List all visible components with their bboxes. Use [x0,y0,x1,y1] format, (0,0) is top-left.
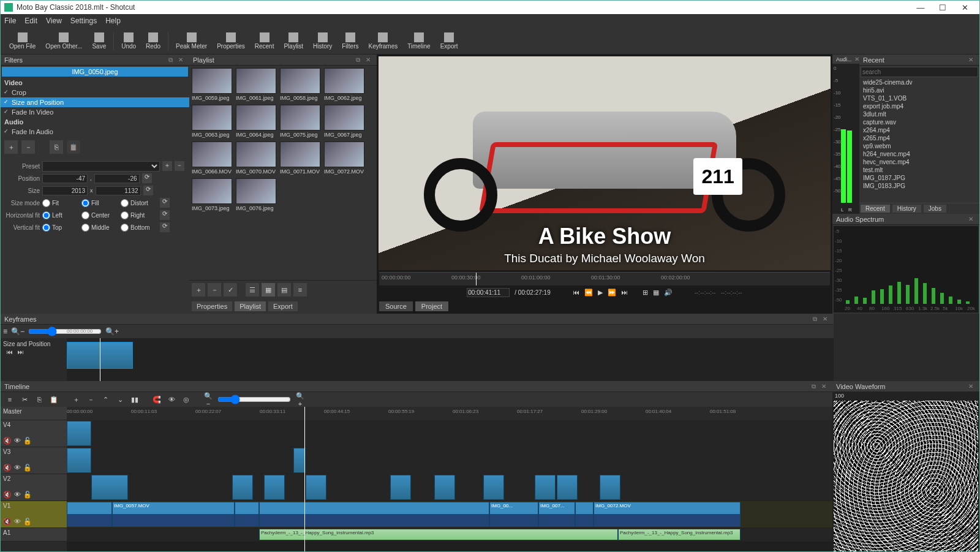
grid-button[interactable]: ▦ [653,289,659,297]
save-button[interactable]: Save [87,31,111,51]
hfit-right[interactable]: Right [121,211,157,219]
playlist-thumb[interactable]: IMG_0062.jpeg [324,68,364,101]
timeline-clip[interactable]: Pachyderm_-_13_-_Happy_Song_instrumental… [259,529,618,540]
hide-icon[interactable]: 👁 [14,464,21,472]
sizemode-fit[interactable]: Fit [42,199,79,207]
playlist-menu-button[interactable]: ≡ [293,283,307,297]
preview-ruler[interactable]: 00:00:00:0000:00:30:0000:01:00:0000:01:3… [379,272,830,285]
maximize-button[interactable]: ☐ [932,3,954,12]
tab-source[interactable]: Source [379,301,413,311]
recent-item[interactable]: hiri5.avi [859,86,979,94]
track-a1[interactable]: A1 [1,528,67,542]
recent-item[interactable]: x265.mp4 [859,134,979,142]
timeline-tracks-area[interactable]: 00:00:00:0000:00:11:0300:00:22:0700:00:3… [67,407,832,552]
panel-close-icon[interactable]: ✕ [854,56,859,63]
playlist-thumb[interactable]: IMG_0064.jpeg [236,105,276,138]
tl-zoom-out-button[interactable]: 🔍− [203,392,214,407]
timeline-clip[interactable] [67,421,91,446]
preview-video[interactable]: 211 A Bike Show This Ducati by Michael W… [379,56,831,270]
track-v2[interactable]: V2🔇👁🔓 [1,474,67,501]
timeline-clip[interactable] [293,448,306,473]
open-other-button[interactable]: Open Other... [40,31,87,51]
copy-filter-button[interactable]: ⎘ [50,140,63,154]
playlist-thumb[interactable]: IMG_0075.jpeg [280,105,320,138]
recent-item[interactable]: x264.mp4 [859,126,979,134]
remove-filter-button[interactable]: － [21,140,35,154]
recent-item[interactable]: VTS_01_1.VOB [859,94,979,102]
recent-item[interactable]: 3dlut.mlt [859,110,979,118]
playlist-view-icons-button[interactable]: ▤ [277,283,291,297]
filter-item[interactable]: ✓Fade In Video [1,107,189,117]
sizemode-reset[interactable]: ⟳ [160,198,170,208]
panel-undock-icon[interactable]: ⧉ [813,316,820,323]
tab-playlist[interactable]: Playlist [235,301,266,311]
redo-button[interactable]: Redo [141,31,165,51]
size-h-input[interactable] [96,186,141,195]
timeline-playhead[interactable] [304,407,305,552]
kf-playhead[interactable] [100,338,100,381]
hide-icon[interactable]: 👁 [14,518,21,526]
timeline-clip[interactable] [434,475,455,500]
recent-item[interactable]: capture.wav [859,118,979,126]
mute-icon[interactable]: 🔇 [3,518,12,526]
position-y-input[interactable] [94,174,140,183]
size-w-input[interactable] [42,186,88,195]
playlist-thumb[interactable]: IMG_0059.jpeg [192,68,232,101]
kf-prev-button[interactable]: ⏮ [7,349,13,355]
menu-file[interactable]: File [4,17,16,25]
menu-help[interactable]: Help [105,17,121,25]
tab-recent[interactable]: Recent [861,205,890,213]
playlist-thumb[interactable]: IMG_0066.MOV [192,142,232,175]
timeline-clip[interactable] [575,502,594,527]
position-x-input[interactable] [42,174,88,183]
hide-icon[interactable]: 👁 [14,491,21,499]
playlist-thumb[interactable]: IMG_0072.MOV [324,142,364,175]
tl-split-button[interactable]: ▮▮ [129,396,140,404]
recent-item[interactable]: h264_nvenc.mp4 [859,150,979,158]
vfit-bottom[interactable]: Bottom [121,224,157,232]
tab-properties[interactable]: Properties [192,301,232,311]
zoom-button[interactable]: ⊞ [643,289,648,297]
track-lane-a1[interactable]: Pachyderm_-_13_-_Happy_Song_instrumental… [67,528,832,542]
timeline-button[interactable]: Timeline [402,31,435,51]
recent-item[interactable]: export job.mp4 [859,102,979,110]
track-master[interactable]: Master [1,407,67,420]
vfit-middle[interactable]: Middle [81,224,118,232]
playlist-thumb[interactable]: IMG_0076.jpeg [236,178,276,211]
tl-copy-button[interactable]: ⎘ [34,396,45,403]
tl-lift-button[interactable]: ⌃ [100,396,111,404]
timeline-clip[interactable] [535,475,556,500]
playlist-thumb[interactable]: IMG_0061.jpeg [236,68,276,101]
panel-undock-icon[interactable]: ⧉ [168,56,176,64]
rewind-button[interactable]: ⏪ [584,289,593,297]
playlist-button[interactable]: Playlist [279,31,308,51]
tl-delete-button[interactable]: － [85,395,96,404]
ffwd-button[interactable]: ⏩ [608,289,616,297]
panel-close-icon[interactable]: ✕ [821,383,829,390]
panel-close-icon[interactable]: ✕ [968,383,976,390]
playlist-thumb[interactable]: IMG_0073.jpeg [192,178,232,211]
skip-prev-button[interactable]: ⏮ [573,289,579,296]
kf-zoom-out-button[interactable]: 🔍− [11,327,24,336]
filter-item[interactable]: ✓Size and Position [1,97,189,107]
timeline-clip[interactable] [67,502,112,527]
playlist-view-tiles-button[interactable]: ▦ [262,283,275,297]
recent-item[interactable]: vp9.webm [859,142,979,150]
peak-meter-button[interactable]: Peak Meter [171,31,212,51]
kf-zoom-in-button[interactable]: 🔍+ [105,327,119,336]
kf-menu-button[interactable]: ≡ [3,327,7,336]
hfit-center[interactable]: Center [81,211,118,219]
tl-scrub-button[interactable]: 👁 [166,396,177,403]
panel-undock-icon[interactable]: ⧉ [356,56,363,64]
playlist-thumb[interactable]: IMG_0058.jpeg [280,68,320,101]
filters-button[interactable]: Filters [337,31,363,51]
tl-snap-button[interactable]: 🧲 [151,396,162,404]
recent-button[interactable]: Recent [250,31,279,51]
keyframes-button[interactable]: Keyframes [363,31,402,51]
playlist-thumb[interactable]: IMG_0067.jpeg [324,105,364,138]
sizemode-fill[interactable]: Fill [81,199,118,207]
playlist-update-button[interactable]: ✓ [224,283,237,297]
hfit-reset[interactable]: ⟳ [160,210,170,220]
position-reset-button[interactable]: ⟳ [142,173,152,183]
timeline-clip[interactable] [600,475,620,500]
